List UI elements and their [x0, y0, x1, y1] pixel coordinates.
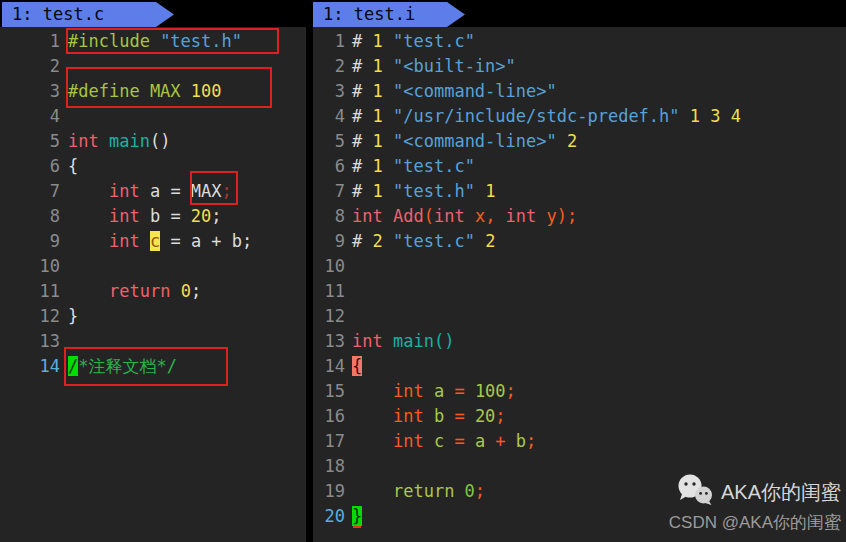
code-token: /: [68, 356, 78, 376]
line-number: 2: [0, 54, 60, 79]
code-token: a: [434, 381, 454, 401]
code-token: (: [424, 206, 434, 226]
code-token: 2: [372, 231, 382, 251]
code-line: 8 int b = 20;: [0, 204, 306, 229]
code-line: 13int main(): [313, 329, 846, 354]
code-token: 0: [465, 481, 475, 501]
code-token: y: [547, 206, 557, 226]
code-token: 1: [372, 156, 382, 176]
code-token: ;: [211, 206, 221, 226]
code-token: 1: [485, 181, 495, 201]
code-token: 20: [191, 206, 211, 226]
code-token: int: [68, 131, 109, 151]
line-number: 6: [313, 154, 345, 179]
code-token: a: [475, 431, 495, 451]
line-number: 10: [0, 254, 60, 279]
code-line: 9 int c = a + b;: [0, 229, 306, 254]
code-token: return: [393, 481, 465, 501]
line-number: 4: [313, 104, 345, 129]
code-token: "<command-line>": [393, 131, 557, 151]
code-token: ;: [222, 181, 232, 201]
code-token: [352, 381, 393, 401]
watermark: AKA你的闺蜜 CSDN @AKA你的闺蜜: [669, 474, 841, 534]
code-token: #define MAX: [68, 81, 191, 101]
code-token: Add: [393, 206, 424, 226]
code-token: 100: [475, 381, 506, 401]
code-line: 11: [313, 279, 846, 304]
code-token: int: [352, 206, 393, 226]
line-number: 12: [0, 304, 60, 329]
code-token: ;: [191, 281, 201, 301]
code-token: #: [352, 56, 372, 76]
code-token: int: [109, 181, 140, 201]
watermark-subtitle: CSDN @AKA你的闺蜜: [669, 511, 841, 534]
code-token: =: [454, 406, 474, 426]
line-number: 14: [313, 354, 345, 379]
code-token: [68, 206, 109, 226]
line-number: 11: [0, 279, 60, 304]
code-token: "test.h": [393, 181, 475, 201]
code-line: 14{: [313, 354, 846, 379]
code-line: 10: [0, 254, 306, 279]
code-line: 7 int a = MAX;: [0, 179, 306, 204]
code-token: [383, 106, 393, 126]
code-token: {: [68, 156, 78, 176]
code-line: 1# 1 "test.c": [313, 29, 846, 54]
watermark-title: AKA你的闺蜜: [721, 479, 841, 506]
line-number: 4: [0, 104, 60, 129]
code-token: +: [495, 431, 515, 451]
line-number: 16: [313, 404, 345, 429]
code-token: [383, 231, 393, 251]
code-token: [140, 231, 150, 251]
code-line: 6{: [0, 154, 306, 179]
code-token: [352, 406, 393, 426]
line-number: 20: [313, 504, 345, 529]
code-line: 12}: [0, 304, 306, 329]
code-token: 2: [485, 231, 495, 251]
code-token: [383, 181, 393, 201]
right-code-panel[interactable]: 1# 1 "test.c"2# 1 "<built-in>"3# 1 "<com…: [313, 27, 846, 542]
code-token: main: [109, 131, 150, 151]
code-line: 10: [313, 254, 846, 279]
code-token: (): [434, 331, 454, 351]
code-token: =: [454, 431, 474, 451]
line-number: 2: [313, 54, 345, 79]
code-token: ,: [485, 206, 505, 226]
code-token: x: [475, 206, 485, 226]
code-token: [352, 431, 393, 451]
tab-test-i[interactable]: 1: test.i: [313, 2, 465, 27]
code-token: #: [352, 156, 372, 176]
tab-test-c[interactable]: 1: test.c: [2, 2, 174, 27]
code-token: b: [516, 431, 526, 451]
code-token: [383, 156, 393, 176]
code-line: 4: [0, 104, 306, 129]
code-token: 1: [372, 106, 382, 126]
window-divider: [306, 0, 313, 542]
code-token: "test.c": [393, 156, 475, 176]
code-token: (): [150, 131, 170, 151]
code-token: [68, 281, 109, 301]
line-number: 13: [313, 329, 345, 354]
code-token: main: [393, 331, 434, 351]
code-token: 1: [372, 56, 382, 76]
code-token: 1: [372, 181, 382, 201]
code-line: 12: [313, 304, 846, 329]
code-token: ;: [495, 406, 505, 426]
line-number: 8: [0, 204, 60, 229]
code-line: 14/*注释文档*/: [0, 354, 306, 379]
code-token: [475, 181, 485, 201]
line-number: 19: [313, 479, 345, 504]
code-line: 6# 1 "test.c": [313, 154, 846, 179]
code-line: 3# 1 "<command-line>": [313, 79, 846, 104]
code-token: #: [352, 31, 372, 51]
code-line: 1#include "test.h": [0, 29, 306, 54]
code-token: 1: [372, 31, 382, 51]
code-token: "test.c": [393, 231, 475, 251]
code-token: 0: [181, 281, 191, 301]
left-code-panel[interactable]: 1#include "test.h"23#define MAX 10045int…: [0, 27, 306, 542]
code-token: #include: [68, 31, 160, 51]
screen: 1: test.c 1: test.i 1#include "test.h"23…: [0, 0, 846, 542]
code-token: "<built-in>": [393, 56, 516, 76]
code-token: int: [352, 331, 393, 351]
code-line: 15 int a = 100;: [313, 379, 846, 404]
